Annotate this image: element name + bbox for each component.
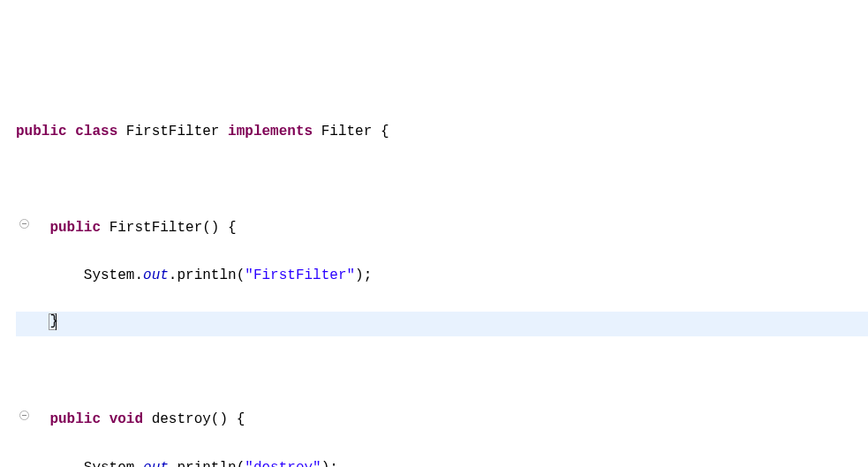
paren: )	[211, 220, 220, 236]
keyword-class: class	[75, 124, 117, 139]
text-cursor	[56, 313, 57, 330]
keyword-public: public	[49, 411, 101, 427]
class-ref: System	[84, 460, 135, 467]
fold-marker-icon[interactable]	[18, 216, 30, 236]
string-literal: "destroy"	[245, 460, 321, 467]
code-line[interactable]: public void destroy() {	[16, 408, 868, 432]
code-line[interactable]: System.out.println("destroy");	[16, 456, 868, 467]
paren: (	[202, 220, 211, 236]
paren: )	[219, 411, 228, 427]
class-name: FirstFilter	[126, 124, 220, 139]
paren: )	[321, 460, 330, 467]
dot: .	[134, 460, 143, 467]
keyword-public: public	[49, 220, 101, 236]
paren: )	[355, 267, 364, 283]
code-line-current[interactable]: }	[16, 312, 868, 335]
constructor-name: FirstFilter	[109, 220, 203, 236]
code-editor[interactable]: public class FirstFilter implements Filt…	[0, 96, 868, 467]
method-call: println	[177, 460, 236, 467]
keyword-public: public	[16, 124, 67, 139]
fold-marker-icon[interactable]	[18, 408, 30, 427]
code-line[interactable]	[16, 168, 868, 192]
brace: {	[237, 411, 245, 427]
semi: ;	[364, 267, 373, 283]
dot: .	[169, 460, 177, 467]
class-name: Filter	[321, 124, 373, 139]
dot: .	[169, 267, 177, 283]
code-line[interactable]: public class FirstFilter implements Filt…	[16, 120, 868, 144]
class-ref: System	[84, 267, 135, 283]
static-field: out	[143, 267, 169, 283]
semi: ;	[329, 460, 338, 467]
method-name: destroy	[152, 411, 211, 427]
code-line[interactable]: System.out.println("FirstFilter");	[16, 264, 868, 288]
paren: (	[237, 267, 245, 283]
string-literal: "FirstFilter"	[245, 267, 355, 283]
code-line[interactable]: public FirstFilter() {	[16, 216, 868, 240]
paren: (	[237, 460, 245, 467]
brace: {	[381, 124, 389, 139]
code-line[interactable]	[16, 360, 868, 384]
method-call: println	[177, 267, 236, 283]
dot: .	[134, 267, 143, 283]
brace: {	[228, 220, 237, 236]
keyword-implements: implements	[228, 124, 313, 139]
keyword-void: void	[109, 411, 143, 427]
static-field: out	[143, 460, 169, 467]
